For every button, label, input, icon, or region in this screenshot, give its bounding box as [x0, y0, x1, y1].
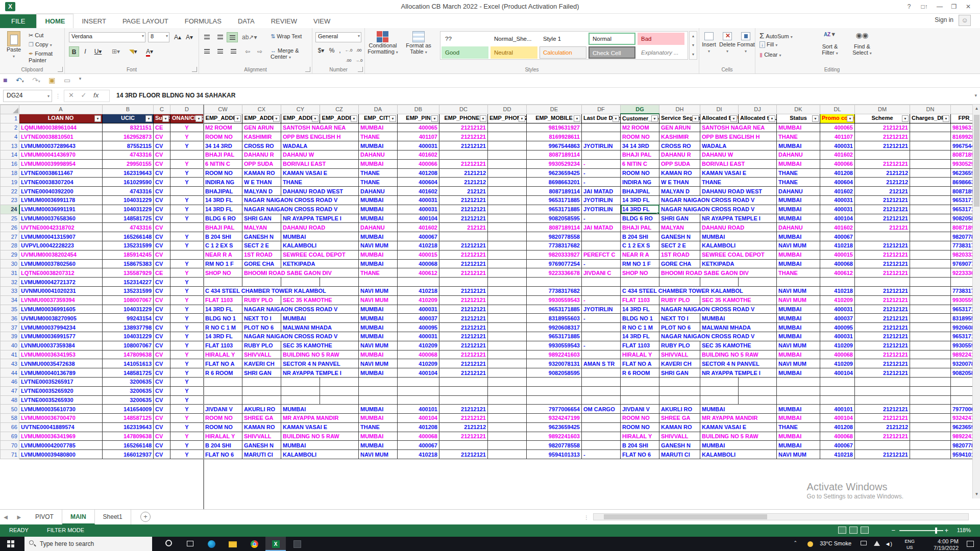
cell[interactable]: NAVI MUM: [359, 359, 398, 368]
column-header-DA[interactable]: DA: [359, 105, 398, 114]
cell[interactable]: Y: [170, 286, 204, 295]
cell[interactable]: 2121212: [439, 178, 488, 187]
cell[interactable]: 147809638: [103, 350, 154, 359]
cell[interactable]: 9320078131: [527, 359, 582, 368]
cell[interactable]: LVNMU00037359394: [19, 295, 103, 305]
filter-icon-phone1[interactable]: ▼: [480, 115, 486, 122]
cell[interactable]: 400101: [820, 405, 855, 414]
cell-style-check-cell[interactable]: Check Cell: [589, 46, 635, 59]
cell[interactable]: 108007067: [103, 295, 154, 305]
cell[interactable]: FLAT NO A: [621, 359, 659, 368]
formula-input[interactable]: 14 3RD FLOOR BLDNG NO 34 SAHAKAR: [116, 92, 235, 99]
cell[interactable]: 21212121: [439, 432, 488, 441]
cell[interactable]: [488, 268, 527, 278]
cell[interactable]: 212121: [439, 187, 488, 196]
cell[interactable]: 21212121: [439, 359, 488, 368]
cell[interactable]: [488, 278, 527, 287]
cancel-icon[interactable]: ✕: [68, 91, 74, 99]
cell[interactable]: [242, 278, 281, 287]
accounting-format-button[interactable]: $▾: [315, 45, 327, 56]
sheet-tab-pivot[interactable]: PIVOT: [27, 510, 62, 524]
cell[interactable]: [439, 386, 488, 395]
cell[interactable]: 8318955603: [527, 314, 582, 323]
cell[interactable]: MUMBAI: [777, 323, 820, 332]
cell[interactable]: C 434 STEEL CHAMBER TOWER KALAMBOL: [621, 286, 777, 295]
cell[interactable]: MUMBAI: [777, 259, 820, 268]
formula-bar-expand-icon[interactable]: ▾: [974, 93, 977, 98]
cell[interactable]: 158675383: [103, 259, 154, 268]
cell[interactable]: 2121212: [439, 168, 488, 178]
cell[interactable]: CV: [154, 386, 170, 395]
cell[interactable]: 21212121: [855, 359, 910, 368]
cell[interactable]: BORIVALI EAST: [700, 159, 777, 168]
column-header-DI[interactable]: DI: [700, 105, 739, 114]
cell[interactable]: ROOM NO: [204, 422, 242, 432]
cell[interactable]: 401208: [398, 422, 439, 432]
ribbon-tab-page-layout[interactable]: PAGE LAYOUT: [114, 14, 177, 29]
cell[interactable]: 34 14 3RD: [621, 141, 659, 151]
font-color-button[interactable]: A▾: [142, 46, 157, 57]
row-header-37[interactable]: 37: [1, 323, 19, 332]
cell[interactable]: B 204 SHI: [204, 232, 242, 241]
cell[interactable]: Y: [170, 159, 204, 168]
cell[interactable]: 410218: [398, 286, 439, 295]
styles-gallery-scroll[interactable]: ▴▾▾: [689, 31, 697, 60]
cell[interactable]: [488, 223, 527, 232]
cell[interactable]: 4743316: [103, 150, 154, 159]
cell[interactable]: KETKIPADA: [281, 259, 359, 268]
cell[interactable]: 400015: [820, 250, 855, 259]
field-header-addr2[interactable]: EMP_ADDR2▼: [242, 114, 281, 123]
cell[interactable]: NR AYAPPA TEMPLE I: [700, 368, 777, 378]
field-header-sub[interactable]: Sub Product▼: [154, 114, 170, 123]
cell[interactable]: [855, 441, 910, 450]
cell[interactable]: LVMUM00036991577: [19, 332, 103, 341]
cell[interactable]: -: [582, 259, 621, 268]
cell[interactable]: [204, 386, 242, 395]
cell[interactable]: RUBY PLO: [659, 341, 700, 350]
cell[interactable]: JYOTIRLIN: [582, 195, 621, 205]
cell[interactable]: 8087189114: [527, 187, 582, 196]
cell[interactable]: [488, 205, 527, 214]
cell[interactable]: 400104: [398, 414, 439, 423]
cell[interactable]: MUMBAI: [777, 123, 820, 132]
filter-icon-pin[interactable]: ▼: [431, 115, 438, 122]
cell[interactable]: 9594101313: [527, 450, 582, 459]
cell-style-calculation[interactable]: Calculation: [540, 46, 586, 59]
middle-align-button[interactable]: [214, 32, 226, 42]
cell[interactable]: [488, 359, 527, 368]
cell[interactable]: LVMUM00037802560: [19, 259, 103, 268]
undo-button[interactable]: ↶▾: [16, 76, 24, 84]
field-header-scheme[interactable]: Scheme▼: [855, 114, 910, 123]
top-align-button[interactable]: [202, 32, 213, 42]
cell[interactable]: [910, 295, 951, 305]
cell[interactable]: 152314227: [103, 278, 154, 287]
cell[interactable]: 9820333927: [527, 250, 582, 259]
cell[interactable]: [170, 187, 204, 196]
cell[interactable]: SHREE GA: [242, 414, 281, 423]
cell[interactable]: BLDG 6 RO: [621, 214, 659, 223]
cell[interactable]: DAHANU: [359, 187, 398, 196]
cell[interactable]: 400065: [398, 123, 439, 132]
cell[interactable]: 410218: [820, 241, 855, 250]
cell[interactable]: DAHANU ROAD: [281, 223, 359, 232]
row-header-71[interactable]: 71: [1, 450, 19, 459]
cell[interactable]: SECT 2 E: [659, 241, 700, 250]
cell[interactable]: 9967544863: [527, 141, 582, 151]
new-document-icon[interactable]: ▭: [64, 76, 70, 84]
cell[interactable]: 21212121: [855, 241, 910, 250]
cell[interactable]: [488, 305, 527, 314]
cell[interactable]: 400104: [820, 368, 855, 378]
cell[interactable]: [910, 132, 951, 141]
underline-button[interactable]: U▾: [91, 46, 105, 57]
cell[interactable]: SHOP NO: [204, 268, 242, 278]
cell[interactable]: KALAMBOLI: [700, 241, 777, 250]
cell[interactable]: SHIVVALL: [659, 350, 700, 359]
cell[interactable]: 148581725: [103, 368, 154, 378]
cell[interactable]: [488, 159, 527, 168]
cell[interactable]: [910, 195, 951, 205]
cell[interactable]: [170, 150, 204, 159]
cell[interactable]: 141654009: [103, 405, 154, 414]
cell[interactable]: BHAJI PAL: [204, 150, 242, 159]
cell[interactable]: GANESH N: [242, 232, 281, 241]
cell[interactable]: [488, 414, 527, 423]
